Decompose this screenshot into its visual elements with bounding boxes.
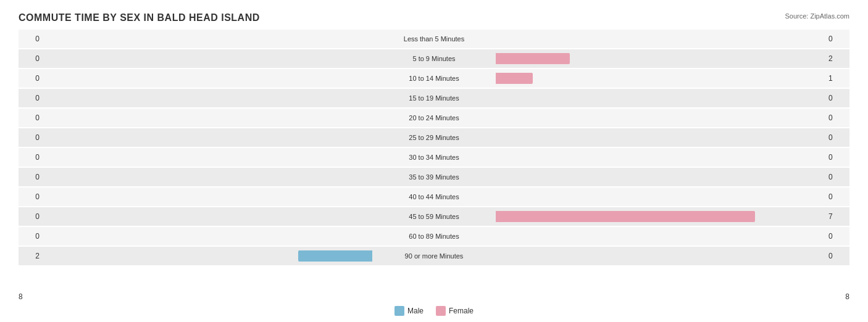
male-bar-area (43, 72, 372, 85)
chart-row: 0 20 to 24 Minutes 0 (19, 109, 849, 127)
chart-row: 0 35 to 39 Minutes 0 (19, 168, 849, 186)
legend: Male Female (19, 306, 849, 316)
bottom-section: 8 8 Male Female (19, 292, 849, 316)
female-bar-area (496, 91, 825, 105)
female-value: 0 (825, 232, 849, 241)
bars-wrapper: 45 to 59 Minutes (43, 207, 825, 226)
male-bar-area (43, 210, 372, 223)
male-bar-area (43, 190, 372, 204)
male-bar-area (43, 32, 372, 46)
female-bar-area (496, 249, 825, 263)
female-bar-area (496, 210, 825, 223)
female-bar-area (496, 151, 825, 164)
male-value: 0 (19, 153, 43, 162)
male-value: 0 (19, 173, 43, 181)
chart-row: 0 Less than 5 Minutes 0 (19, 30, 849, 48)
female-bar-area (496, 229, 825, 243)
row-label: 40 to 44 Minutes (372, 193, 496, 200)
row-label: 20 to 24 Minutes (372, 114, 496, 122)
male-bar-area (43, 151, 372, 164)
female-bar-area (496, 131, 825, 144)
female-value: 2 (825, 54, 849, 63)
male-value: 0 (19, 35, 43, 43)
legend-male: Male (394, 306, 424, 316)
bars-wrapper: 10 to 14 Minutes (43, 69, 825, 88)
row-label: 90 or more Minutes (372, 252, 496, 260)
female-value: 0 (825, 94, 849, 102)
female-value: 0 (825, 35, 849, 43)
row-label: 30 to 34 Minutes (372, 154, 496, 161)
chart-row: 0 25 to 29 Minutes 0 (19, 128, 849, 147)
axis-right-label: 8 (845, 292, 849, 301)
male-value: 0 (19, 94, 43, 102)
axis-left-label: 8 (19, 292, 23, 301)
row-label: 15 to 19 Minutes (372, 94, 496, 102)
male-legend-label: Male (407, 307, 424, 315)
chart-area: 0 Less than 5 Minutes 0 0 5 to 9 Minutes (19, 30, 849, 271)
male-bar-area (43, 52, 372, 65)
chart-row: 0 45 to 59 Minutes 7 (19, 207, 849, 226)
female-bar-area (496, 32, 825, 46)
chart-row: 0 5 to 9 Minutes 2 (19, 49, 849, 68)
female-value: 0 (825, 192, 849, 201)
female-value: 0 (825, 153, 849, 162)
female-color-box (436, 306, 446, 316)
row-label: Less than 5 Minutes (372, 35, 496, 43)
chart-row: 0 30 to 34 Minutes 0 (19, 148, 849, 167)
bars-wrapper: 35 to 39 Minutes (43, 168, 825, 186)
bars-wrapper: 20 to 24 Minutes (43, 109, 825, 127)
male-bar-area (43, 249, 372, 263)
row-label: 45 to 59 Minutes (372, 213, 496, 220)
bars-wrapper: 60 to 89 Minutes (43, 227, 825, 246)
female-bar (496, 211, 755, 222)
female-bar-area (496, 111, 825, 125)
row-label: 60 to 89 Minutes (372, 233, 496, 240)
bars-wrapper: 15 to 19 Minutes (43, 89, 825, 107)
male-bar-area (43, 91, 372, 105)
female-bar-area (496, 52, 825, 65)
male-value: 0 (19, 232, 43, 241)
female-value: 7 (825, 212, 849, 221)
bars-wrapper: 5 to 9 Minutes (43, 49, 825, 68)
male-bar-area (43, 131, 372, 144)
male-bar-area (43, 170, 372, 184)
female-value: 0 (825, 114, 849, 122)
female-value: 1 (825, 74, 849, 83)
chart-row: 0 10 to 14 Minutes 1 (19, 69, 849, 88)
male-value: 0 (19, 212, 43, 221)
male-bar (298, 250, 372, 262)
legend-female: Female (436, 306, 474, 316)
male-value: 2 (19, 252, 43, 260)
male-value: 0 (19, 192, 43, 201)
bars-wrapper: Less than 5 Minutes (43, 30, 825, 48)
chart-row: 0 15 to 19 Minutes 0 (19, 89, 849, 107)
row-label: 5 to 9 Minutes (372, 55, 496, 62)
male-bar-area (43, 111, 372, 125)
female-bar-area (496, 190, 825, 204)
female-value: 0 (825, 173, 849, 181)
bars-wrapper: 25 to 29 Minutes (43, 128, 825, 147)
female-value: 0 (825, 252, 849, 260)
chart-row: 0 40 to 44 Minutes 0 (19, 188, 849, 206)
chart-title: COMMUTE TIME BY SEX IN BALD HEAD ISLAND (19, 12, 849, 23)
female-bar-area (496, 72, 825, 85)
female-bar-area (496, 170, 825, 184)
female-bar (496, 53, 570, 64)
bars-wrapper: 40 to 44 Minutes (43, 188, 825, 206)
male-value: 0 (19, 114, 43, 122)
chart-row: 0 60 to 89 Minutes 0 (19, 227, 849, 246)
bars-wrapper: 90 or more Minutes (43, 247, 825, 265)
male-color-box (394, 306, 404, 316)
source-label: Source: ZipAtlas.com (785, 12, 849, 20)
row-label: 35 to 39 Minutes (372, 173, 496, 181)
male-value: 0 (19, 74, 43, 83)
female-value: 0 (825, 133, 849, 142)
row-label: 10 to 14 Minutes (372, 75, 496, 82)
bottom-axis: 8 8 (19, 292, 849, 301)
male-value: 0 (19, 133, 43, 142)
female-legend-label: Female (449, 307, 474, 315)
male-value: 0 (19, 54, 43, 63)
chart-container: COMMUTE TIME BY SEX IN BALD HEAD ISLAND … (0, 0, 868, 322)
female-bar (496, 73, 533, 84)
male-bar-area (43, 229, 372, 243)
